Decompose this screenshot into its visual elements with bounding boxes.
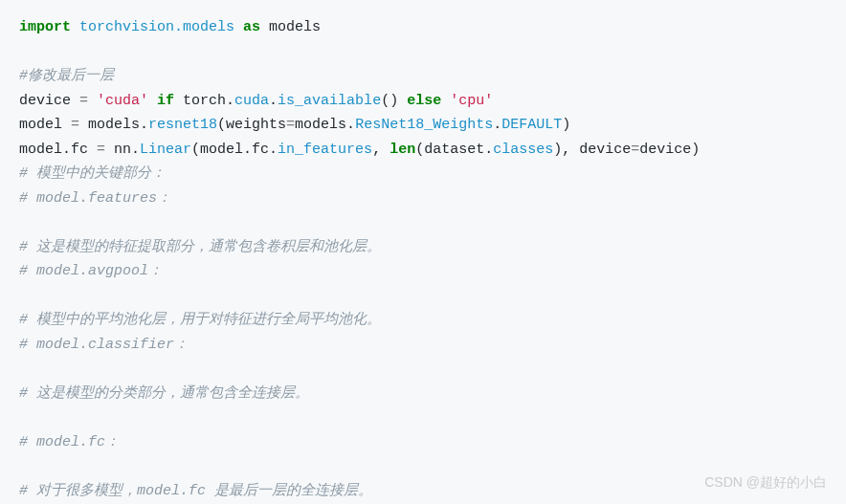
attr: in_features bbox=[278, 142, 372, 158]
string: 'cuda' bbox=[97, 93, 148, 109]
ns: models. bbox=[295, 117, 355, 133]
line-import: import torchvision.models as models bbox=[19, 15, 827, 40]
blank-line bbox=[19, 40, 827, 65]
dot: . bbox=[269, 93, 278, 109]
line-model: model = models.resnet18(weights=models.R… bbox=[19, 113, 827, 138]
paren: () bbox=[381, 93, 398, 109]
var: model.fc bbox=[19, 142, 88, 158]
op: = bbox=[71, 93, 97, 109]
comma: , bbox=[372, 142, 390, 158]
string: 'cpu' bbox=[450, 93, 493, 109]
blank-line bbox=[19, 210, 827, 235]
paren: ) bbox=[691, 142, 700, 158]
text bbox=[234, 19, 243, 35]
param: weights bbox=[226, 117, 286, 133]
comment: # model.classifier： bbox=[19, 333, 827, 358]
module-name: torchvision.models bbox=[79, 19, 234, 35]
ns: model.fc. bbox=[200, 142, 278, 158]
op: = bbox=[88, 142, 114, 158]
paren: ( bbox=[415, 142, 424, 158]
ns: dataset. bbox=[424, 142, 493, 158]
comma: , bbox=[562, 142, 579, 158]
text bbox=[71, 19, 79, 35]
comment: # 这是模型的特征提取部分，通常包含卷积层和池化层。 bbox=[19, 235, 827, 260]
keyword-else: else bbox=[398, 93, 450, 109]
comment-modify: #修改最后一层 bbox=[19, 64, 827, 89]
const: DEFAULT bbox=[501, 117, 562, 133]
comment: # model.fc： bbox=[19, 430, 827, 455]
keyword-import: import bbox=[19, 19, 71, 35]
watermark: CSDN @超好的小白 bbox=[704, 471, 827, 494]
paren: ( bbox=[191, 142, 200, 158]
op: = bbox=[62, 117, 88, 133]
line-fc: model.fc = nn.Linear(model.fc.in_feature… bbox=[19, 138, 827, 163]
ns: nn. bbox=[114, 142, 140, 158]
blank-line bbox=[19, 405, 827, 430]
code-block: import torchvision.models as models #修改最… bbox=[19, 15, 827, 503]
op: = bbox=[286, 117, 295, 133]
comment: # model.avgpool： bbox=[19, 259, 827, 284]
blank-line bbox=[19, 357, 827, 382]
blank-line bbox=[19, 284, 827, 309]
class: Linear bbox=[140, 142, 191, 158]
attr: classes bbox=[493, 142, 553, 158]
func: resnet18 bbox=[148, 117, 217, 133]
line-device: device = 'cuda' if torch.cuda.is_availab… bbox=[19, 89, 827, 114]
param: device bbox=[579, 142, 631, 158]
var: model bbox=[19, 117, 62, 133]
text bbox=[260, 19, 269, 35]
alias: models bbox=[269, 19, 321, 35]
comment: # 这是模型的分类部分，通常包含全连接层。 bbox=[19, 382, 827, 406]
paren: ) bbox=[562, 117, 570, 133]
var: device bbox=[639, 142, 691, 158]
class: ResNet18_Weights bbox=[355, 117, 493, 133]
comment: # 模型中的关键部分： bbox=[19, 162, 827, 186]
keyword-if: if bbox=[148, 93, 183, 109]
paren: ) bbox=[553, 142, 562, 158]
dot: . bbox=[493, 117, 501, 133]
comment: # 模型中的平均池化层，用于对特征进行全局平均池化。 bbox=[19, 308, 827, 333]
keyword-as: as bbox=[243, 19, 260, 35]
func: is_available bbox=[278, 93, 381, 109]
op: = bbox=[631, 142, 639, 158]
builtin: len bbox=[390, 142, 415, 158]
attr: cuda bbox=[234, 93, 269, 109]
var: device bbox=[19, 93, 71, 109]
ns: models. bbox=[88, 117, 148, 133]
paren: ( bbox=[217, 117, 226, 133]
comment: # model.features： bbox=[19, 186, 827, 211]
ns: torch. bbox=[183, 93, 234, 109]
